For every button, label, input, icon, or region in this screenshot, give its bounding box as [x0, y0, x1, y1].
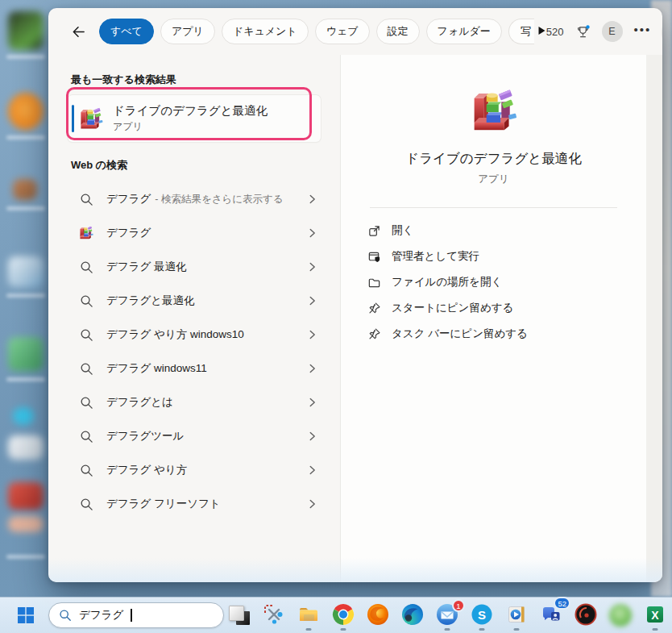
web-suggestion-row[interactable]: デフラグ やり方 windows10 [48, 318, 340, 352]
search-icon [79, 361, 93, 376]
chevron-right-icon[interactable] [309, 329, 316, 340]
taskbar-file-explorer[interactable] [297, 600, 321, 631]
taskbar-skype[interactable] [470, 600, 494, 631]
running-indicator [306, 628, 312, 631]
more-filters-button[interactable] [537, 26, 546, 37]
taskbar-thunderbird[interactable]: 1 [435, 600, 459, 631]
chevron-right-icon[interactable] [309, 397, 316, 408]
web-suggestion-row[interactable]: デフラグ やり方 [48, 453, 340, 487]
text-caret [131, 609, 132, 622]
desktop-icon-label-blur [6, 555, 45, 559]
search-icon [79, 192, 93, 206]
notification-badge: 1 [452, 599, 465, 612]
action-open[interactable]: 開く [341, 218, 646, 244]
desktop-icon-label-blur [6, 377, 45, 381]
action-pin-to-taskbar[interactable]: タスク バーにピン留めする [341, 321, 646, 347]
chevron-right-icon[interactable] [309, 261, 316, 273]
suggestion-text: デフラグ [106, 192, 151, 206]
taskbar-chrome[interactable] [331, 600, 355, 631]
more-options-button[interactable]: ••• [634, 23, 652, 41]
open-external-icon [367, 224, 381, 238]
taskbar-search-input-value[interactable]: デフラグ [79, 608, 123, 623]
ellipsis-icon: ••• [634, 23, 652, 36]
chevron-right-icon[interactable] [309, 194, 316, 205]
action-label: 開く [392, 223, 413, 238]
start-button[interactable] [13, 602, 39, 629]
web-suggestion-row[interactable]: デフラグ [48, 216, 340, 250]
desktop-icon-blur [8, 482, 44, 510]
chevron-right-icon[interactable] [309, 363, 316, 374]
taskbar-snipping-tool[interactable] [262, 600, 286, 631]
web-suggestion-row[interactable]: デフラグ フリーソフト [48, 487, 340, 521]
filter-tab-label: すべて [110, 25, 143, 37]
web-suggestion-row[interactable]: デフラグ windows11 [48, 352, 340, 385]
taskbar-app-glyph [297, 604, 320, 627]
tab-documents[interactable]: ドキュメント [222, 19, 309, 44]
web-suggestion-row[interactable]: デフラグとは [48, 385, 340, 419]
rewards-trophy-icon[interactable] [575, 24, 591, 40]
taskbar-teams[interactable]: 52 [539, 600, 563, 631]
tab-web[interactable]: ウェブ [315, 19, 370, 44]
search-icon [59, 609, 72, 622]
taskbar-edge[interactable] [400, 600, 425, 631]
suggestion-text: デフラグ フリーソフト [106, 497, 221, 511]
desktop-icon-blur [13, 179, 37, 200]
chevron-right-icon[interactable] [309, 498, 316, 510]
taskbar-green-app[interactable] [608, 600, 633, 631]
filter-tab-label: 写 [521, 25, 531, 37]
taskbar-excel[interactable] [643, 600, 667, 631]
header-account-cluster: 520 E ••• [546, 21, 662, 42]
taskbar: デフラグ [0, 597, 672, 633]
best-match-result[interactable]: ドライブのデフラグと最適化 アプリ [68, 95, 321, 142]
avatar[interactable]: E [602, 21, 623, 42]
filter-tab-label: 設定 [388, 25, 409, 37]
running-indicator [341, 628, 346, 631]
taskbar-app-squares[interactable] [227, 600, 251, 631]
avatar-initial: E [608, 26, 615, 37]
scroll-gutter[interactable] [646, 55, 662, 582]
search-icon [79, 497, 93, 511]
taskbar-app-glyph [332, 604, 355, 627]
chevron-right-icon[interactable] [309, 227, 316, 239]
action-run-as-admin[interactable]: 管理者として実行 [341, 244, 646, 269]
best-match-subtitle: アプリ [113, 120, 268, 134]
suggestion-suffix: - 検索結果をさらに表示する [155, 193, 283, 206]
taskbar-firefox[interactable] [366, 600, 390, 631]
suggestion-text: デフラグと最適化 [106, 294, 195, 308]
taskbar-app-glyph [263, 604, 285, 627]
web-search-section-title: Web の検索 [71, 158, 340, 173]
suggestion-text: デフラグツール [106, 429, 184, 444]
taskbar-red-app[interactable] [574, 600, 598, 631]
web-suggestion-row[interactable]: デフラグと最適化 [48, 284, 340, 318]
taskbar-app-icons: 1 52 [227, 600, 667, 631]
play-arrow-icon [537, 26, 546, 35]
tab-photos[interactable]: 写 [508, 19, 534, 44]
search-icon [79, 429, 93, 444]
tab-settings[interactable]: 設定 [376, 19, 420, 44]
desktop-icon-label-blur [6, 294, 45, 298]
desktop-icon-blur [8, 93, 44, 130]
tab-folders[interactable]: フォルダー [426, 19, 502, 44]
tab-all[interactable]: すべて [99, 19, 154, 44]
web-suggestion-row[interactable]: デフラグ - 検索結果をさらに表示する [48, 182, 340, 216]
suggestion-text: デフラグ [106, 226, 151, 240]
action-open-file-location[interactable]: ファイルの場所を開く [341, 269, 646, 295]
taskbar-media-player[interactable] [504, 600, 529, 631]
suggestion-text: デフラグとは [106, 395, 173, 410]
desktop-icon-blur [13, 407, 34, 425]
chevron-right-icon[interactable] [309, 431, 316, 442]
web-suggestion-row[interactable]: デフラグ 最適化 [48, 250, 340, 284]
search-results-pane: 最も一致する検索結果 ドライブのデフラグと最適化 アプリ Web の検索 [48, 55, 340, 582]
back-button[interactable] [71, 19, 86, 44]
chevron-right-icon[interactable] [309, 464, 316, 476]
action-pin-to-start[interactable]: スタートにピン留めする [341, 295, 646, 321]
chevron-right-icon[interactable] [309, 295, 316, 306]
taskbar-app-glyph [575, 604, 597, 627]
desktop-icon-label-blur [6, 55, 45, 59]
desktop-icon-blur [8, 256, 44, 287]
pin-icon [367, 327, 381, 341]
taskbar-search-box[interactable]: デフラグ [48, 602, 224, 628]
tab-apps[interactable]: アプリ [160, 19, 215, 44]
run-as-admin-icon [367, 250, 381, 264]
web-suggestion-row[interactable]: デフラグツール [48, 419, 340, 453]
